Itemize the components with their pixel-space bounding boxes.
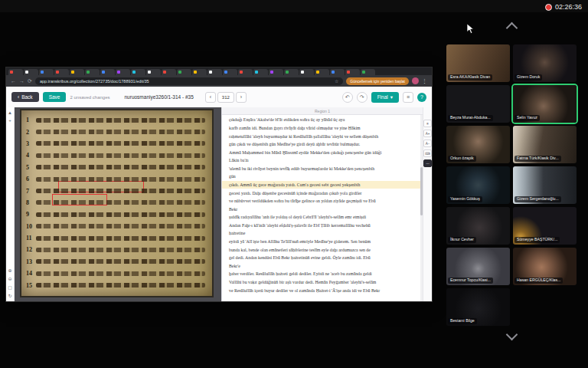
- manuscript-line[interactable]: 8: [24, 197, 209, 209]
- browser-tab[interactable]: [269, 69, 283, 75]
- transcription-line[interactable]: ḥażretine: [222, 229, 423, 238]
- browser-tab[interactable]: [85, 69, 100, 75]
- zoom-out-icon[interactable]: ⊖: [8, 276, 11, 281]
- transcription-line[interactable]: ve Resūlullāh içerü buyur dediler ve ol …: [222, 286, 423, 294]
- participant-tile[interactable]: İlknur Cevher: [446, 207, 510, 245]
- manuscript-line[interactable]: 3: [24, 138, 209, 150]
- transcription-line[interactable]: eyitdi yā 'Alī işte ben Allāhu Te'ālā'nu…: [222, 238, 423, 246]
- browser-tab[interactable]: [207, 69, 222, 75]
- browser-tab[interactable]: [315, 69, 329, 75]
- browser-back-icon[interactable]: ←: [11, 78, 16, 84]
- manuscript-line[interactable]: 7: [24, 185, 209, 196]
- participant-tile[interactable]: Sümeyye BAŞTÜRK/...: [513, 207, 577, 245]
- browser-tab[interactable]: [345, 69, 360, 75]
- browser-tab[interactable]: [361, 69, 375, 75]
- back-button[interactable]: ‹ Back: [11, 92, 39, 102]
- undo-button[interactable]: ↶: [342, 92, 353, 103]
- browser-tab[interactable]: [39, 69, 54, 75]
- browser-update-button[interactable]: Güncellemek için yeniden başlat: [346, 77, 409, 85]
- bookmark-star-icon[interactable]: ☆: [335, 78, 338, 84]
- save-button[interactable]: Save: [43, 92, 67, 102]
- participant-tile[interactable]: Bestami Bilge: [446, 288, 510, 326]
- browser-tab[interactable]: [330, 69, 345, 75]
- participant-tile[interactable]: Esra AKA/Klasik Divan: [446, 44, 510, 82]
- manuscript-line[interactable]: 5: [24, 162, 209, 173]
- text-menu-icon[interactable]: ≡: [423, 120, 432, 127]
- transcription-line[interactable]: gün çıkdı ve düşenbih gün Medīne'ye gird…: [222, 140, 423, 149]
- font-decrease-icon[interactable]: A−: [423, 140, 432, 147]
- next-page-button[interactable]: ›: [236, 92, 247, 103]
- final-status-button[interactable]: Final ▾: [371, 92, 399, 103]
- transcription-line[interactable]: gel dedi. Andan kendüsi Ebū Bekr ḥażreti…: [222, 254, 423, 262]
- browser-tab[interactable]: [146, 69, 161, 75]
- manuscript-line[interactable]: 12: [24, 244, 209, 255]
- browser-reload-icon[interactable]: ⟳: [28, 78, 32, 84]
- manuscript-line[interactable]: 1: [24, 114, 209, 126]
- transcription-line[interactable]: karīb zamān idi. Bundan ġayrı rivāyāt da…: [222, 124, 423, 133]
- manuscript-line[interactable]: 15: [24, 279, 209, 291]
- browser-forward-icon[interactable]: →: [19, 78, 24, 84]
- transcription-line[interactable]: raḥmetullāhi 'aleyh buyurmuşdur ki Resūl…: [222, 132, 423, 140]
- redo-button[interactable]: ↷: [357, 92, 368, 103]
- special-chars-button[interactable]: ⋯: [423, 159, 432, 167]
- manuscript-line[interactable]: 9: [24, 209, 209, 220]
- browser-tab[interactable]: [162, 69, 176, 75]
- transcription-line[interactable]: şıddīḳ radıyallāhu 'anh ile yoldaş ol de…: [222, 213, 423, 222]
- transcription-line[interactable]: Andan Faḫr-ı kā'ināt 'aleyhi efḍalü'ş-şa…: [222, 222, 423, 230]
- browser-tab[interactable]: [253, 69, 268, 75]
- participant-tile[interactable]: Ecemnur Topcu/Klasi...: [446, 248, 510, 285]
- participant-tile[interactable]: Fatma Türk/Klasik Div...: [513, 126, 577, 163]
- participant-tile[interactable]: Gizem Sergerdanoğlu...: [513, 166, 577, 204]
- prev-page-button[interactable]: ‹: [205, 92, 216, 103]
- transcription-line[interactable]: Bekr: [222, 205, 423, 213]
- browser-tab[interactable]: [177, 69, 191, 75]
- transcription-line[interactable]: Vallāhi bu vaḳıt geldüğinüñ bir aşlı var…: [222, 278, 423, 287]
- participant-tile[interactable]: Hasan ERGÜLEÇ/Klas...: [513, 248, 577, 285]
- browser-tab[interactable]: [284, 69, 299, 75]
- browser-tab[interactable]: [54, 69, 69, 75]
- zoom-in-icon[interactable]: ⊕: [8, 268, 11, 273]
- manuscript-line[interactable]: 4: [24, 150, 209, 161]
- manuscript-line[interactable]: 10: [24, 221, 209, 232]
- virtual-keyboard-icon[interactable]: ⌨: [423, 150, 432, 157]
- participant-tile[interactable]: Yasemin Gökkuş: [446, 166, 510, 204]
- transcription-line[interactable]: 'ulemā bu iki rivāyet beynin tevfīḳ edüb…: [222, 164, 423, 172]
- manuscript-viewer[interactable]: 1 2 3: [15, 107, 221, 301]
- browser-tab[interactable]: [299, 69, 314, 75]
- browser-profile-avatar[interactable]: [412, 77, 419, 84]
- browser-tab[interactable]: [24, 69, 38, 75]
- manuscript-line[interactable]: 11: [24, 232, 209, 244]
- transcription-line[interactable]: çıkdı. Ammā üç gece mağarada yatdı. Cum'…: [222, 181, 423, 189]
- scrollbar-thumb[interactable]: [420, 167, 423, 215]
- transcription-line[interactable]: ḫaber verdiler. Resūlullāh ḥażreti geldi…: [222, 270, 423, 278]
- transcription-scrollbar[interactable]: [420, 115, 423, 301]
- browser-tab[interactable]: [238, 69, 253, 75]
- browser-tab[interactable]: [100, 69, 115, 75]
- participant-tile[interactable]: Beyza Murat-Abduka...: [446, 85, 510, 123]
- browser-tab[interactable]: [192, 69, 207, 75]
- manuscript-line[interactable]: 13: [24, 256, 209, 268]
- manuscript-line[interactable]: 14: [24, 268, 209, 279]
- browser-tab[interactable]: [8, 69, 23, 75]
- transcription-line[interactable]: Bekr'e: [222, 261, 423, 270]
- rotate-icon[interactable]: ↻: [8, 293, 11, 298]
- font-increase-icon[interactable]: A+: [423, 130, 432, 137]
- page-number-chip[interactable]: 312: [217, 92, 234, 103]
- browser-tab[interactable]: [223, 69, 237, 75]
- participants-scroll-down-button[interactable]: [446, 330, 577, 339]
- browser-tab[interactable]: [70, 69, 84, 75]
- region-header[interactable]: Region 1: [222, 107, 423, 115]
- manuscript-page-image[interactable]: 1 2 3: [21, 110, 212, 296]
- browser-menu-icon[interactable]: ⋮: [422, 78, 427, 84]
- transcription-line[interactable]: çıkduğı Enşāra 'Akabe'de bī'āt etdikden …: [222, 116, 423, 124]
- browser-tab[interactable]: [116, 69, 130, 75]
- move-tool-icon[interactable]: +: [8, 118, 11, 123]
- address-bar[interactable]: app.transkribus.org/collection/272735/do…: [35, 77, 343, 85]
- transcription-line[interactable]: bunda kal, bende olan emānetleri ṣāḥible…: [222, 245, 423, 254]
- transcription-line[interactable]: gün: [222, 172, 423, 181]
- browser-tab[interactable]: [131, 69, 145, 75]
- participant-tile[interactable]: Gizem Doruk: [513, 44, 577, 82]
- fit-page-icon[interactable]: ▢: [8, 284, 12, 290]
- transcription-line[interactable]: gecesi yatdı. Daḫı düşenbe gecesinüñ içi…: [222, 189, 423, 197]
- transcription-line[interactable]: ve nübüvvet verildükden soñra bu tārīḫe …: [222, 197, 423, 205]
